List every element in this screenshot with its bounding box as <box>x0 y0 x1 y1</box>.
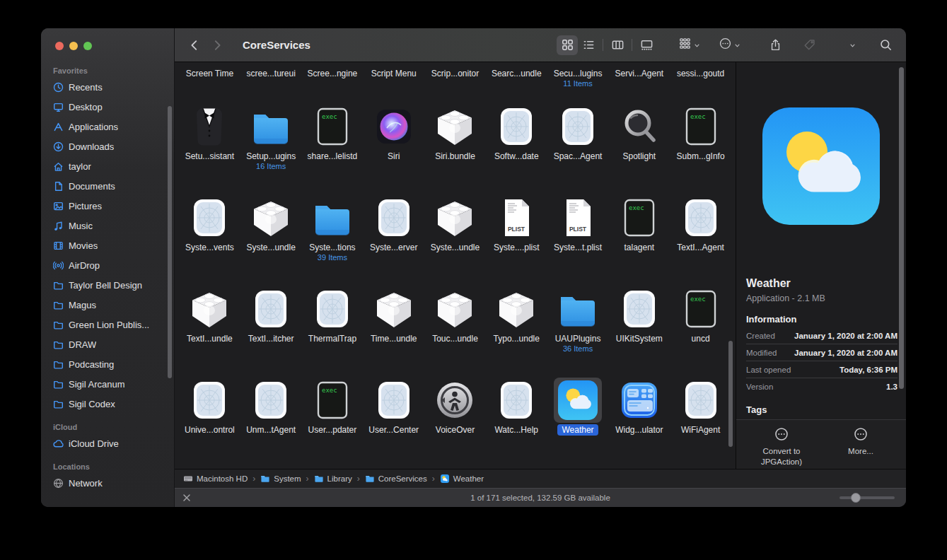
file-item-searc-undle[interactable]: Searc...undle <box>486 62 547 95</box>
file-item-uauplugins[interactable]: UAUPlugins 36 Items <box>547 277 609 368</box>
search-button[interactable] <box>875 35 896 55</box>
status-dismiss-icon[interactable] <box>182 493 192 503</box>
file-item-time-undle[interactable]: Time...undle <box>363 277 424 368</box>
gallery-view-button[interactable] <box>636 35 657 55</box>
sidebar-item-sigil-arcanum[interactable]: Sigil Arcanum <box>46 374 169 394</box>
file-item-syste-vents[interactable]: Syste...vents <box>179 186 240 277</box>
action-menu-button[interactable] <box>716 35 743 55</box>
file-item-script-menu[interactable]: Script Menu <box>363 62 424 95</box>
breadcrumb-item-system[interactable]: System <box>260 474 301 484</box>
sidebar-item-applications[interactable]: Applications <box>46 117 169 136</box>
action-button-convert-to[interactable]: Convert to JPGAction) <box>750 426 813 469</box>
info-row: Modified January 1, 2020 at 2:00 AM <box>746 344 897 361</box>
preview-scrollbar[interactable] <box>899 67 904 389</box>
info-row: Version 1.3 <box>746 378 897 395</box>
file-item-texti-itcher[interactable]: TextI...itcher <box>240 277 302 368</box>
sidebar-item-green-lion-publis[interactable]: Green Lion Publis... <box>46 315 169 334</box>
back-button[interactable] <box>185 35 204 55</box>
file-item-wifiagent[interactable]: WiFiAgent <box>670 368 731 468</box>
file-item-user-center[interactable]: User...Center <box>363 368 424 468</box>
close-button[interactable] <box>55 42 64 50</box>
toolbar-overflow-button[interactable] <box>841 35 862 55</box>
sidebar-item-magus[interactable]: Magus <box>46 295 169 315</box>
file-label: Syste....plist <box>489 242 544 253</box>
icon-view-button[interactable] <box>557 35 578 55</box>
file-item-voiceover[interactable]: VoiceOver <box>424 368 486 468</box>
group-menu-button[interactable] <box>675 35 703 55</box>
file-label: Spotlight <box>618 151 660 162</box>
sidebar-item-airdrop[interactable]: AirDrop <box>46 255 169 275</box>
file-item-softw-date[interactable]: Softw...date <box>486 95 547 186</box>
file-item-texti-undle[interactable]: TextI...undle <box>179 277 240 368</box>
file-item-siri-bundle[interactable]: Siri.bundle <box>424 95 486 186</box>
breadcrumb-item-coreservices[interactable]: CoreServices <box>365 474 427 484</box>
file-item-share-lelistd[interactable]: exec share...lelistd <box>302 95 364 186</box>
sidebar-scrollbar[interactable] <box>168 106 172 378</box>
file-item-user-pdater[interactable]: exec User...pdater <box>302 368 364 468</box>
file-item-weather[interactable]: Weather <box>547 368 609 468</box>
sidebar-item-downloads[interactable]: Downloads <box>46 136 169 156</box>
tags-button[interactable] <box>798 35 820 55</box>
file-label: Setup...ugins <box>242 151 300 162</box>
forward-button[interactable] <box>207 35 227 55</box>
sidebar-item-pictures[interactable]: Pictures <box>46 196 169 216</box>
sidebar-item-music[interactable]: Music <box>46 216 169 235</box>
sidebar-item-icloud-drive[interactable]: iCloud Drive <box>46 433 169 453</box>
share-button[interactable] <box>765 35 786 55</box>
file-item-scrip-onitor[interactable]: Scrip...onitor <box>424 62 486 95</box>
file-item-uikitsystem[interactable]: UIKitSystem <box>608 277 670 368</box>
list-view-button[interactable] <box>578 35 599 55</box>
column-view-button[interactable] <box>607 35 628 55</box>
file-item-syste-t-plist[interactable]: PLIST Syste...t.plist <box>547 186 609 277</box>
file-item-talagent[interactable]: exec talagent <box>608 186 670 277</box>
file-item-unm-tagent[interactable]: Unm...tAgent <box>240 368 302 468</box>
breadcrumb-item-weather[interactable]: Weather <box>440 474 484 484</box>
zoom-button[interactable] <box>83 42 92 50</box>
grid-scrollbar[interactable] <box>728 341 733 447</box>
svg-text:PLIST: PLIST <box>569 226 587 233</box>
file-item-syste-undle[interactable]: Syste...undle <box>240 186 302 277</box>
file-item-spac-agent[interactable]: Spac...Agent <box>547 95 609 186</box>
icon-size-slider[interactable] <box>839 496 895 499</box>
action-button-more[interactable]: More... <box>830 426 892 469</box>
file-item-servi-agent[interactable]: Servi...Agent <box>608 62 670 95</box>
lego-icon <box>435 289 475 329</box>
file-item-syste-tions[interactable]: Syste...tions 39 Items <box>302 186 364 277</box>
file-item-setup-ugins[interactable]: Setup...ugins 16 Items <box>240 95 302 186</box>
sidebar-item-network[interactable]: Network <box>46 473 169 493</box>
sidebar-item-documents[interactable]: Documents <box>46 176 169 196</box>
file-item-typo-undle[interactable]: Typo...undle <box>486 277 547 368</box>
file-item-subm-ginfo[interactable]: exec Subm...gInfo <box>670 95 731 186</box>
file-item-thermaltrap[interactable]: ThermalTrap <box>302 277 364 368</box>
sidebar-item-recents[interactable]: Recents <box>46 77 169 97</box>
file-item-screen-time[interactable]: Screen Time <box>179 62 240 95</box>
file-item-siri[interactable]: Siri <box>363 95 424 186</box>
file-item-unive-ontrol[interactable]: Unive...ontrol <box>179 368 240 468</box>
file-item-syste-plist[interactable]: PLIST Syste....plist <box>486 186 547 277</box>
file-item-setu-sistant[interactable]: Setu...sistant <box>179 95 240 186</box>
file-item-texti-agent[interactable]: TextI...Agent <box>670 186 731 277</box>
file-item-uncd[interactable]: exec uncd <box>670 277 731 368</box>
slider-knob[interactable] <box>851 493 861 503</box>
file-item-scree-ngine[interactable]: Scree...ngine <box>302 62 364 95</box>
sidebar-item-movies[interactable]: Movies <box>46 235 169 255</box>
file-item-spotlight[interactable]: Spotlight <box>608 95 670 186</box>
file-item-syste-erver[interactable]: Syste...erver <box>363 186 424 277</box>
file-item-watc-help[interactable]: Watc...Help <box>486 368 547 468</box>
sidebar-item-taylor-bell-design[interactable]: Taylor Bell Design <box>46 275 169 295</box>
file-item-widg-ulator[interactable]: Widg...ulator <box>608 368 670 468</box>
sidebar-item-podcasting[interactable]: Podcasting <box>46 354 169 374</box>
breadcrumb-item-macintosh-hd[interactable]: Macintosh HD <box>183 474 248 484</box>
sidebar-item-draw[interactable]: DRAW <box>46 334 169 354</box>
pictures-icon <box>52 200 64 211</box>
file-item-secu-lugins[interactable]: Secu...lugins 11 Items <box>547 62 609 95</box>
file-item-syste-undle[interactable]: Syste...undle <box>424 186 486 277</box>
file-item-touc-undle[interactable]: Touc...undle <box>424 277 486 368</box>
sidebar-item-sigil-codex[interactable]: Sigil Codex <box>46 394 169 414</box>
minimize-button[interactable] <box>69 42 78 50</box>
breadcrumb-item-library[interactable]: Library <box>314 474 352 484</box>
file-item-scree-tureui[interactable]: scree...tureui <box>240 62 302 95</box>
file-item-sessi-goutd[interactable]: sessi...goutd <box>670 62 731 95</box>
sidebar-item-taylor[interactable]: taylor <box>46 156 169 176</box>
sidebar-item-desktop[interactable]: Desktop <box>46 97 169 117</box>
